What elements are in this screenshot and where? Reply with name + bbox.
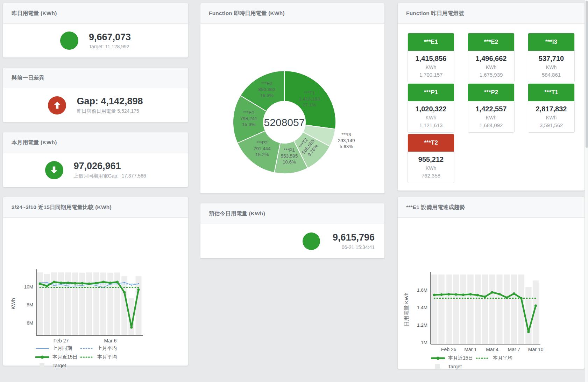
legend-row: Target — [431, 364, 585, 369]
svg-text:1.2M: 1.2M — [417, 322, 427, 328]
legend-item-本月近15日[interactable]: 本月近15日 — [35, 354, 80, 360]
stat-target-sub: Target: 11,128,992 — [89, 44, 131, 49]
lamp-tile-T2: ***T2955,212KWh762,358 — [408, 134, 454, 183]
status-circle-icon — [303, 232, 320, 250]
card-title: 與前一日差異 — [12, 74, 44, 82]
lamp-tile-label: ***P2 — [468, 84, 514, 101]
lamp-tile-unit: KWh — [408, 115, 454, 120]
lamp-tile-unit: KWh — [468, 64, 514, 70]
lamp-tile-value: 2,817,832 — [528, 105, 574, 113]
svg-text:Feb 26: Feb 26 — [441, 347, 456, 352]
lamp-tile-value: 1,496,662 — [468, 55, 514, 63]
compare-line-chart[interactable]: 6M8M10MFeb 27Mar 6KWh — [3, 218, 188, 345]
card-header: Function 昨日用電燈號 — [398, 3, 585, 24]
stat-body: Gap: 4,142,898 昨日與前日用電量 5,524,175 — [3, 88, 188, 122]
card-header: Function 即時日用電量 (KWh) — [200, 3, 384, 24]
lamp-tile-value: 537,710 — [528, 55, 574, 63]
stat-text: Gap: 4,142,898 昨日與前日用電量 5,524,175 — [77, 96, 143, 114]
card-title: 本月用電量 (KWh) — [12, 139, 57, 146]
stat-text: 9,667,073 Target: 11,128,992 — [89, 32, 131, 49]
lamp-tile-target: 584,861 — [528, 72, 574, 78]
lamp-tile-label: ***E2 — [468, 33, 514, 51]
trend-line-chart[interactable]: 1M1.2M1.4M1.6MFeb 26Mar 1Mar 4Mar 7Mar 1… — [398, 218, 585, 354]
page-scrollbar[interactable] — [585, 0, 588, 382]
card-compare-15day-chart: 2/24~3/10 近15日同期用電量比較 (KWh) 6M8M10MFeb 2… — [3, 197, 188, 366]
stat-text: 97,026,961 上個月同期用電Gap: -17,377,566 — [74, 161, 146, 179]
lamp-tile-label: ***T2 — [408, 134, 454, 152]
svg-text:KWh: KWh — [10, 298, 16, 310]
lamp-tile-value: 1,422,557 — [468, 105, 514, 113]
donut-chart[interactable]: ***T11,413,18327.1%***I3293,1495.63%***T… — [200, 24, 384, 195]
dashboard-page: { "cards": { "yesterday": { "title": "昨日… — [0, 0, 588, 382]
svg-text:Feb 27: Feb 27 — [54, 338, 69, 343]
x-axis-ticks: Feb 26Mar 1Mar 4Mar 7Mar 10 — [441, 347, 544, 352]
legend-item-上月同期[interactable]: 上月同期 — [35, 345, 80, 352]
legend-line-icon — [35, 346, 49, 351]
legend-label: 上月同期 — [52, 345, 72, 352]
svg-text:1.4M: 1.4M — [417, 305, 427, 310]
card-e1-trend-chart: ***E1 設備用電達成趨勢 1M1.2M1.4M1.6MFeb 26Mar 1… — [397, 197, 585, 369]
card-title: ***E1 設備用電達成趨勢 — [406, 204, 465, 211]
card-title: 預估今日用電量 (KWh) — [209, 210, 265, 217]
card-title: Function 昨日用電燈號 — [406, 10, 464, 17]
legend-row: Target — [35, 363, 188, 368]
x-axis-ticks: Feb 27Mar 6 — [54, 338, 117, 343]
svg-text:5208057: 5208057 — [264, 117, 305, 128]
lamp-tile-value: 955,212 — [408, 155, 454, 164]
card-month-usage: 本月用電量 (KWh) 97,026,961 上個月同期用電Gap: -17,3… — [3, 132, 188, 187]
lamp-tile-target: 1,121,613 — [408, 122, 454, 128]
legend-line-icon — [35, 354, 49, 360]
status-circle-icon — [60, 32, 78, 50]
card-header: 預估今日用電量 (KWh) — [200, 203, 384, 224]
stat-target-sub: 上個月同期用電Gap: -17,377,566 — [74, 173, 146, 179]
status-circle-icon — [48, 96, 66, 114]
legend-label: Target — [448, 364, 462, 369]
svg-text:***I3293,1495.63%: ***I3293,1495.63% — [338, 132, 355, 149]
legend-item-Target[interactable]: Target — [35, 363, 80, 368]
svg-text:Mar 6: Mar 6 — [104, 338, 117, 343]
stat-timestamp: 06-21 15:34:41 — [333, 244, 375, 250]
legend-item-上月平均[interactable]: 上月平均 — [80, 345, 125, 352]
legend-item-本月平均[interactable]: 本月平均 — [476, 355, 520, 361]
card-header: 與前一日差異 — [3, 68, 188, 88]
legend-label: 本月平均 — [493, 355, 512, 361]
lamp-tile-P1: ***P11,020,322KWh1,121,613 — [408, 83, 454, 133]
svg-text:Mar 7: Mar 7 — [508, 347, 520, 352]
stat-value: 97,026,961 — [74, 161, 146, 172]
legend-item-Target[interactable]: Target — [431, 364, 476, 369]
legend-label: 本月近15日 — [52, 354, 78, 360]
card-yesterday-usage: 昨日用電量 (KWh) 9,667,073 Target: 11,128,992 — [3, 3, 188, 58]
stat-target-sub: 昨日與前日用電量 5,524,175 — [77, 108, 143, 114]
legend-item-本月近15日[interactable]: 本月近15日 — [431, 355, 476, 361]
lamp-tile-P2: ***P21,422,557KWh1,684,092 — [468, 83, 515, 133]
card-function-lamp-status: Function 昨日用電燈號 ***E11,415,856KWh1,700,1… — [397, 3, 585, 191]
svg-text:1M: 1M — [421, 340, 427, 345]
card-title: 2/24~3/10 近15日同期用電量比較 (KWh) — [12, 204, 112, 211]
legend-swatch-icon — [35, 363, 49, 368]
card-function-realtime-donut: Function 即時日用電量 (KWh) ***T11,413,18327.1… — [200, 3, 385, 194]
compare-chart-legend: 上月同期上月平均本月近15日本月平均Target — [35, 345, 188, 368]
trend-chart-legend: 本月近15日本月平均Target — [431, 355, 585, 369]
stat-body: 9,667,073 Target: 11,128,992 — [3, 24, 188, 57]
legend-item-本月平均[interactable]: 本月平均 — [80, 354, 125, 360]
lamp-tile-label: ***E1 — [408, 33, 454, 51]
stat-body: 9,615,796 06-21 15:34:41 — [200, 224, 384, 258]
scrollbar-thumb[interactable] — [586, 1, 588, 148]
card-title: Function 即時日用電量 (KWh) — [209, 10, 285, 17]
stat-text: 9,615,796 06-21 15:34:41 — [333, 232, 375, 250]
stat-value: 9,667,073 — [89, 32, 131, 43]
legend-swatch-icon — [431, 364, 445, 369]
svg-text:Mar 4: Mar 4 — [486, 347, 498, 352]
lamp-tile-label: ***I3 — [528, 33, 574, 51]
lamp-tile-unit: KWh — [528, 115, 574, 120]
lamp-tile-label: ***P1 — [408, 84, 454, 101]
lamp-tile-I3: ***I3537,710KWh584,861 — [528, 33, 575, 82]
legend-line-icon — [431, 355, 445, 361]
status-circle-icon — [45, 161, 63, 179]
lamp-tile-target: 1,700,157 — [408, 72, 454, 78]
arrow-up-icon — [52, 100, 62, 110]
legend-row: 本月近15日本月平均 — [431, 355, 585, 361]
lamp-tile-target: 762,358 — [408, 173, 454, 179]
legend-label: 本月近15日 — [448, 355, 473, 361]
lamp-tile-target: 1,675,939 — [468, 72, 514, 78]
